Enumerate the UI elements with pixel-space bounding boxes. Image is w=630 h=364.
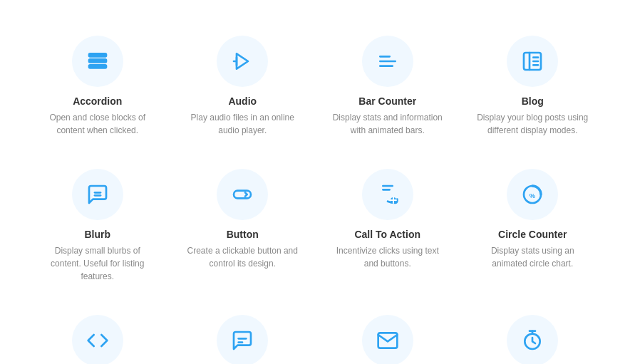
svg-rect-14 <box>234 191 251 199</box>
module-desc-accordion: Open and close blocks of content when cl… <box>39 111 156 137</box>
module-item-comments[interactable]: CommentsDisplay comments for a WordPress… <box>174 301 312 364</box>
svg-rect-2 <box>89 65 106 68</box>
module-icon-button <box>217 169 268 220</box>
module-name-audio: Audio <box>228 95 257 107</box>
module-desc-blog: Display your blog posts using different … <box>475 111 592 137</box>
module-item-call-to-action[interactable]: Call To ActionIncentivize clicks using t… <box>319 155 457 293</box>
module-icon-comments <box>217 315 268 364</box>
module-item-circle-counter[interactable]: %Circle CounterDisplay stats using an an… <box>464 155 602 293</box>
module-desc-button: Create a clickable button and control it… <box>185 244 301 270</box>
module-desc-call-to-action: Incentivize clicks using text and button… <box>329 244 446 270</box>
module-item-blog[interactable]: BlogDisplay your blog posts using differ… <box>464 21 602 147</box>
module-icon-countdown-timer <box>507 315 558 364</box>
module-item-contact-form[interactable]: Contact FormBuild your own contact forms… <box>319 301 457 364</box>
module-item-code[interactable]: CodeWrite your own code using Divi's cod… <box>29 301 167 364</box>
module-item-accordion[interactable]: AccordionOpen and close blocks of conten… <box>29 21 167 147</box>
module-item-countdown-timer[interactable]: Countdown TimerCreate a countdown timer … <box>464 301 602 364</box>
module-item-audio[interactable]: AudioPlay audio files in an online audio… <box>174 21 312 147</box>
svg-text:%: % <box>530 192 536 199</box>
svg-rect-1 <box>89 59 106 62</box>
module-item-bar-counter[interactable]: Bar CounterDisplay stats and information… <box>319 21 457 147</box>
module-icon-accordion <box>72 36 123 87</box>
module-name-accordion: Accordion <box>73 95 122 107</box>
module-name-button: Button <box>227 229 259 240</box>
module-name-circle-counter: Circle Counter <box>498 229 567 240</box>
module-name-blurb: Blurb <box>84 229 110 240</box>
module-icon-call-to-action <box>362 169 413 220</box>
module-desc-blurb: Display small blurbs of content. Useful … <box>39 244 156 283</box>
svg-rect-0 <box>89 53 106 56</box>
module-icon-bar-counter <box>362 36 413 87</box>
module-icon-blurb <box>72 169 123 220</box>
module-icon-circle-counter: % <box>507 169 558 220</box>
modules-grid: AccordionOpen and close blocks of conten… <box>29 21 601 364</box>
module-desc-bar-counter: Display stats and information with anima… <box>329 111 446 137</box>
module-name-blog: Blog <box>522 95 544 107</box>
svg-marker-3 <box>237 53 248 68</box>
page-container: AccordionOpen and close blocks of conten… <box>0 0 630 364</box>
module-icon-audio <box>217 36 268 87</box>
module-item-blurb[interactable]: BlurbDisplay small blurbs of content. Us… <box>29 155 167 293</box>
module-desc-audio: Play audio files in an online audio play… <box>185 111 301 137</box>
module-icon-contact-form <box>362 315 413 364</box>
module-desc-circle-counter: Display stats using an animated circle c… <box>475 244 592 270</box>
module-name-bar-counter: Bar Counter <box>358 95 416 107</box>
module-icon-blog <box>507 36 558 87</box>
module-item-button[interactable]: ButtonCreate a clickable button and cont… <box>174 155 312 293</box>
module-icon-code <box>72 315 123 364</box>
module-name-call-to-action: Call To Action <box>354 229 420 240</box>
